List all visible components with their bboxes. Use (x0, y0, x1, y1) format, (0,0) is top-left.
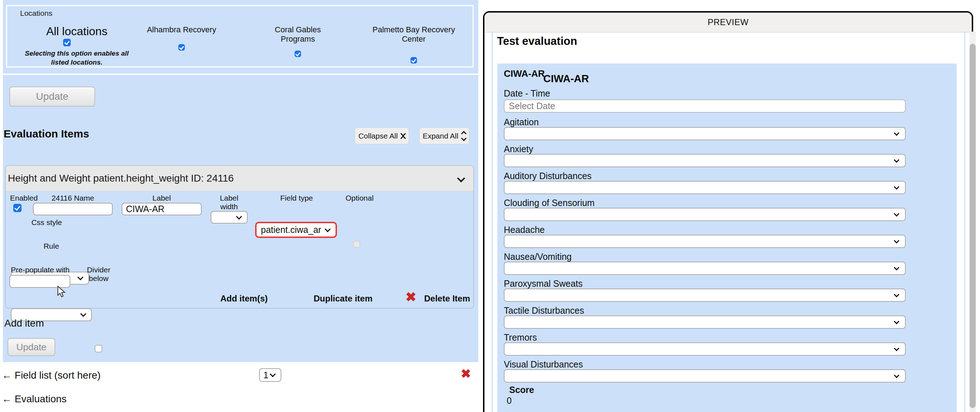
delete-item-icon[interactable]: ✖ (406, 291, 416, 304)
preview-field-select[interactable] (504, 235, 906, 248)
expand-all-label: Expand All (423, 132, 458, 140)
preview-field-select[interactable] (504, 262, 906, 275)
preview-title: PREVIEW (708, 17, 749, 27)
preview-field-select[interactable] (504, 208, 906, 221)
update-button-bottom-label: Update (16, 342, 47, 353)
preview-evaluation-title: Test evaluation (497, 35, 577, 48)
add-item-link[interactable]: Add item (4, 318, 44, 329)
add-items-count-value: 1 (263, 370, 269, 380)
evaluation-item-header[interactable]: Height and Weight patient.height_weight … (6, 166, 473, 191)
field-type-value: patient.ciwa_ar (261, 225, 321, 235)
preview-field-label: Tremors (504, 332, 906, 342)
add-items-count-select[interactable]: 1 (259, 368, 282, 382)
preview-field-label: Tactile Disturbances (504, 305, 906, 315)
all-locations-note: Selecting this option enables all listed… (15, 49, 138, 67)
preview-field-label: Nausea/Vomiting (504, 251, 906, 262)
preview-field: Agitation (504, 117, 906, 140)
field-list-link[interactable]: ← Field list (sort here) (2, 370, 100, 381)
preview-score-label: Score (509, 385, 534, 395)
evaluation-item-header-label: Height and Weight patient.height_weight … (8, 173, 234, 184)
all-locations-checkbox[interactable] (63, 39, 71, 46)
collapse-icon (401, 132, 405, 140)
preview-field-label: Auditory Disturbances (504, 171, 906, 181)
preview-field: Tremors (504, 332, 906, 356)
preview-field-label: Visual Disturbances (504, 359, 906, 369)
locations-fieldset: Locations All locations Selecting this o… (6, 5, 474, 67)
preview-field: Headache (504, 225, 906, 248)
preview-field-label: Clouding of Sensorium (504, 198, 906, 208)
duplicate-item-button[interactable]: Duplicate item (313, 294, 372, 304)
label-label: Label (122, 194, 202, 202)
preview-item-label: CIWA-AR (543, 73, 589, 85)
preview-header: PREVIEW (484, 13, 972, 33)
divider-below-checkbox[interactable] (95, 345, 102, 352)
preview-field-label: Agitation (504, 117, 906, 127)
preview-field-select[interactable] (504, 181, 906, 194)
chevron-down-icon[interactable] (457, 174, 465, 183)
preview-date-input[interactable] (504, 99, 906, 113)
add-items-label: Add item(s) (220, 294, 268, 304)
preview-field: Auditory Disturbances (504, 171, 906, 194)
location-checkbox-palmetto-bay[interactable] (410, 57, 417, 64)
optional-label: Optional (342, 194, 377, 202)
location-label-palmetto-bay: Palmetto Bay Recovery Center (371, 25, 457, 44)
preview-field-label: Headache (504, 225, 906, 235)
page-root: Locations All locations Selecting this o… (0, 0, 980, 412)
preview-field-label: Paroxysmal Sweats (504, 278, 906, 288)
preview-field-select[interactable] (504, 315, 906, 329)
section-divider (3, 73, 478, 75)
preview-field-label: Anxiety (504, 144, 906, 154)
field-type-label: Field type (256, 194, 337, 202)
name-input[interactable] (33, 203, 113, 215)
name-label: 24116 Name (33, 194, 113, 202)
collapse-all-button[interactable]: Collapse All (355, 127, 409, 144)
expand-all-button[interactable]: Expand All (419, 127, 469, 144)
preview-field: Visual Disturbances (504, 359, 906, 383)
evaluations-link[interactable]: ← Evaluations (2, 393, 67, 405)
preview-field: Nausea/Vomiting (504, 251, 906, 275)
divider-below-label: Divider below (80, 266, 117, 283)
label-width-label: Label width (211, 194, 248, 211)
preview-field-select[interactable] (504, 342, 906, 356)
all-locations-label: All locations (23, 25, 130, 38)
delete-item-button[interactable]: Delete Item (424, 294, 470, 304)
evaluation-items-heading: Evaluation Items (3, 128, 89, 140)
preview-field: Paroxysmal Sweats (504, 278, 906, 302)
preview-field-select[interactable] (504, 127, 906, 140)
preview-date-label: Date - Time (504, 88, 550, 99)
css-style-label: Css style (11, 218, 83, 227)
preview-section-label: CIWA-AR (504, 68, 545, 79)
preview-field-select[interactable] (504, 288, 906, 302)
preview-field: Clouding of Sensorium (504, 198, 906, 221)
preview-field-select[interactable] (504, 369, 906, 383)
field-list-delete-icon[interactable]: ✖ (461, 367, 471, 380)
update-button-bottom[interactable]: Update (8, 338, 55, 356)
location-checkbox-coral-gables[interactable] (294, 51, 301, 57)
enabled-checkbox[interactable] (13, 204, 22, 212)
preview-field-select[interactable] (504, 154, 906, 167)
rule-label: Rule (11, 242, 92, 250)
update-button-top-label: Update (36, 91, 68, 102)
location-label-coral-gables: Coral Gables Programs (257, 25, 338, 44)
preview-field: Anxiety (504, 144, 906, 167)
expand-icon (462, 132, 466, 140)
preview-scrollbar-thumb[interactable] (970, 44, 976, 408)
location-checkbox-alhambra[interactable] (178, 44, 185, 51)
label-input[interactable] (122, 203, 202, 215)
update-button-top[interactable]: Update (10, 86, 95, 107)
evaluation-item-panel: Height and Weight patient.height_weight … (5, 165, 474, 309)
locations-legend: Locations (20, 9, 52, 17)
preview-score-value: 0 (507, 396, 512, 406)
label-width-select[interactable] (211, 211, 248, 224)
field-type-select[interactable]: patient.ciwa_ar (255, 222, 337, 238)
optional-checkbox[interactable] (353, 241, 360, 248)
mouse-cursor (57, 286, 67, 298)
preview-fields: Agitation Anxiety Auditory Disturbances … (504, 117, 906, 386)
collapse-all-label: Collapse All (358, 132, 398, 140)
location-label-alhambra: Alhambra Recovery (141, 25, 222, 35)
preview-field: Tactile Disturbances (504, 305, 906, 329)
